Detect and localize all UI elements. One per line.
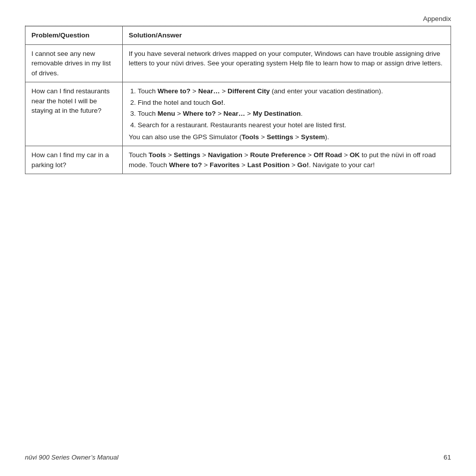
page-container: Appendix Problem/Question Solution/Answe…	[0, 0, 476, 476]
footer-title: nüvi 900 Series Owner’s Manual	[25, 454, 118, 461]
table-row: How can I find my car in a parking lot? …	[25, 146, 451, 174]
table-header-row: Problem/Question Solution/Answer	[25, 26, 451, 45]
solution-list-2: Touch Where to? > Near… > Different City…	[138, 86, 445, 130]
list-item: Touch Menu > Where to? > Near… > My Dest…	[138, 109, 445, 119]
list-item: Touch Where to? > Near… > Different City…	[138, 86, 445, 96]
solution-note-2: You can also use the GPS Simulator (Tool…	[129, 132, 445, 142]
problem-text-3: How can I find my car in a parking lot?	[31, 151, 109, 169]
list-item: Find the hotel and touch Go!.	[138, 98, 445, 108]
solution-text-1: If you have several network drives mappe…	[129, 50, 443, 67]
problem-cell-2: How can I find restaurants near the hote…	[25, 82, 123, 146]
problem-text-2: How can I find restaurants near the hote…	[31, 87, 110, 114]
solution-cell-2: Touch Where to? > Near… > Different City…	[123, 82, 451, 146]
header-area: Appendix	[25, 15, 451, 22]
table-row: I cannot see any new removable drives in…	[25, 44, 451, 82]
col-solution-header: Solution/Answer	[123, 26, 451, 45]
appendix-label: Appendix	[423, 15, 451, 22]
footer-area: nüvi 900 Series Owner’s Manual 61	[25, 454, 451, 461]
problem-text-1: I cannot see any new removable drives in…	[31, 50, 111, 77]
problem-cell-1: I cannot see any new removable drives in…	[25, 44, 123, 82]
solution-cell-3: Touch Tools > Settings > Navigation > Ro…	[123, 146, 451, 174]
problem-cell-3: How can I find my car in a parking lot?	[25, 146, 123, 174]
list-item: Search for a restaurant. Restaurants nea…	[138, 120, 445, 130]
solution-text-3: Touch Tools > Settings > Navigation > Ro…	[129, 151, 436, 169]
solution-cell-1: If you have several network drives mappe…	[123, 44, 451, 82]
table-row: How can I find restaurants near the hote…	[25, 82, 451, 146]
main-table: Problem/Question Solution/Answer I canno…	[25, 26, 451, 174]
footer-page: 61	[444, 454, 451, 461]
col-problem-header: Problem/Question	[25, 26, 123, 45]
